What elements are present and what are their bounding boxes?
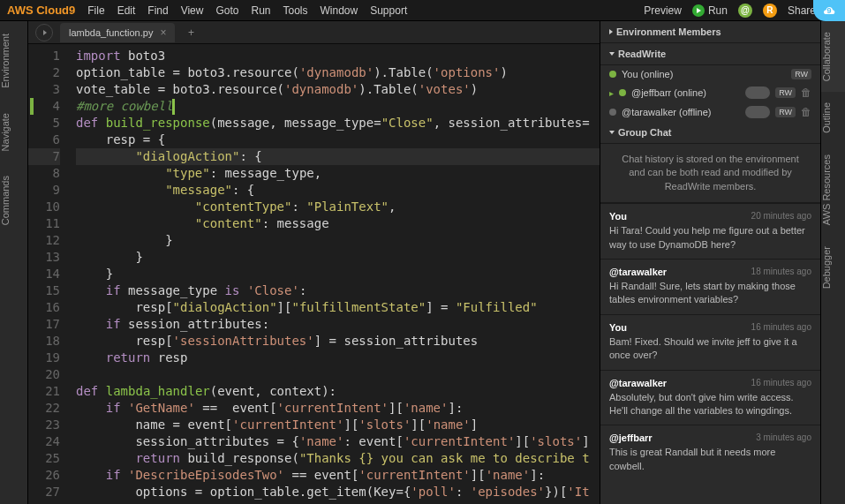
tab-bar: lambda_function.py × + [28, 21, 600, 44]
menubar: AWS Cloud9 File Edit Find View Goto Run … [0, 0, 845, 21]
member-name: @jeffbarr (online) [631, 87, 740, 98]
permission-pill: RW [775, 87, 796, 98]
chat-body: This is great Randall but it needs more … [609, 446, 811, 473]
menubar-right: Preview Run @ R Share ⚙ [644, 4, 838, 18]
chat-time: 16 minutes ago [751, 378, 811, 388]
menu-view[interactable]: View [181, 4, 204, 17]
line-gutter: 1234567891011121314151617181920212223242… [28, 44, 71, 504]
avatar-current-user[interactable]: @ [738, 4, 752, 18]
code-editor[interactable]: 1234567891011121314151617181920212223242… [28, 44, 600, 504]
active-arrow-icon: ▸ [609, 88, 614, 98]
section-group-chat[interactable]: Group Chat [600, 122, 820, 144]
rail-aws-resources[interactable]: AWS Resources [821, 144, 845, 236]
member-name: @tarawalker (offline) [622, 107, 740, 117]
file-tab-name: lambda_function.py [69, 27, 153, 38]
chat-user: @tarawalker [609, 267, 667, 277]
chat-user: @tarawalker [609, 378, 667, 388]
play-icon [692, 4, 705, 17]
member-row-you: You (online) RW [600, 65, 820, 83]
code-lines[interactable]: import boto3 option_table = boto3.resour… [71, 44, 600, 504]
chat-time: 16 minutes ago [751, 322, 811, 333]
chat-messages: You20 minutes ago Hi Tara! Could you hel… [600, 203, 820, 504]
tab-history-icon[interactable] [35, 24, 53, 41]
cloud9-badge[interactable]: 9 [813, 0, 845, 21]
add-tab-button[interactable]: + [182, 24, 200, 41]
chat-user: @jeffbarr [609, 433, 653, 443]
left-rail: Environment Navigate Commands [0, 21, 28, 504]
collaborate-panel: Environment Members ReadWrite You (onlin… [600, 21, 820, 504]
section-environment-members[interactable]: Environment Members [600, 21, 820, 43]
menu-window[interactable]: Window [321, 4, 358, 17]
permission-pill: RW [791, 69, 811, 79]
chat-message: @tarawalker16 minutes ago Absolutely, bu… [600, 370, 820, 425]
gutter-marker [30, 98, 34, 115]
trash-icon[interactable]: 🗑 [801, 106, 811, 118]
rail-environment[interactable]: Environment [0, 21, 27, 101]
menu-goto[interactable]: Goto [215, 4, 238, 17]
right-rail: Collaborate Outline AWS Resources Debugg… [820, 21, 845, 504]
permission-pill: RW [775, 107, 796, 117]
chat-message: @tarawalker18 minutes ago Hi Randall! Su… [600, 259, 820, 314]
file-tab[interactable]: lambda_function.py × [60, 23, 175, 42]
rail-outline[interactable]: Outline [821, 92, 845, 144]
text-cursor [173, 100, 174, 114]
menu-file[interactable]: File [87, 4, 104, 17]
chat-message: @jeffbarr3 minutes ago This is great Ran… [600, 425, 820, 480]
member-row-jeffbarr: ▸ @jeffbarr (online) RW 🗑 [600, 83, 820, 102]
menu-tools[interactable]: Tools [283, 4, 307, 17]
rail-navigate[interactable]: Navigate [0, 101, 27, 163]
member-row-tarawalker: @tarawalker (offline) RW 🗑 [600, 102, 820, 122]
permission-toggle[interactable] [745, 106, 770, 118]
chat-body: Hi Tara! Could you help me figure out a … [609, 224, 811, 252]
app-logo: AWS Cloud9 [7, 4, 75, 17]
chat-body: Hi Randall! Sure, lets start by making t… [609, 280, 811, 307]
menu-run[interactable]: Run [251, 4, 270, 17]
menu-support[interactable]: Support [370, 4, 407, 17]
chevron-right-icon [609, 29, 613, 34]
menu-items: File Edit Find View Goto Run Tools Windo… [87, 4, 644, 17]
menu-edit[interactable]: Edit [117, 4, 136, 17]
chevron-down-icon [609, 131, 615, 134]
status-dot-online-icon [619, 89, 626, 96]
editor-area: lambda_function.py × + 12345678910111213… [28, 21, 600, 504]
chat-hint: Chat history is stored on the environmen… [600, 144, 820, 203]
rail-commands[interactable]: Commands [0, 163, 27, 237]
chevron-down-icon [609, 52, 615, 56]
chat-time: 3 minutes ago [756, 433, 811, 443]
cloud-badge-number: 9 [826, 6, 831, 15]
rail-debugger[interactable]: Debugger [821, 236, 845, 299]
chat-body: Bam! Fixed. Should we invite jeff to giv… [609, 335, 811, 363]
permission-toggle[interactable] [745, 87, 770, 99]
share-button[interactable]: Share [788, 4, 816, 17]
chat-user: You [609, 322, 627, 333]
chat-body: Absolutely, but don't give him write acc… [609, 391, 811, 418]
menu-find[interactable]: Find [147, 4, 168, 17]
member-name: You (online) [622, 69, 786, 79]
chat-time: 20 minutes ago [751, 211, 811, 222]
run-button[interactable]: Run [692, 4, 728, 17]
close-icon[interactable]: × [160, 26, 166, 39]
run-label: Run [708, 4, 728, 17]
avatar-user-r[interactable]: R [763, 4, 777, 18]
status-dot-offline-icon [609, 109, 616, 116]
chat-message: You20 minutes ago Hi Tara! Could you hel… [600, 203, 820, 259]
trash-icon[interactable]: 🗑 [801, 87, 811, 99]
preview-button[interactable]: Preview [644, 4, 682, 17]
chat-time: 18 minutes ago [751, 267, 811, 277]
section-readwrite[interactable]: ReadWrite [600, 43, 820, 65]
rail-collaborate[interactable]: Collaborate [821, 21, 845, 92]
chat-user: You [609, 211, 627, 222]
chat-message: You16 minutes ago Bam! Fixed. Should we … [600, 314, 820, 370]
status-dot-online-icon [609, 71, 616, 78]
